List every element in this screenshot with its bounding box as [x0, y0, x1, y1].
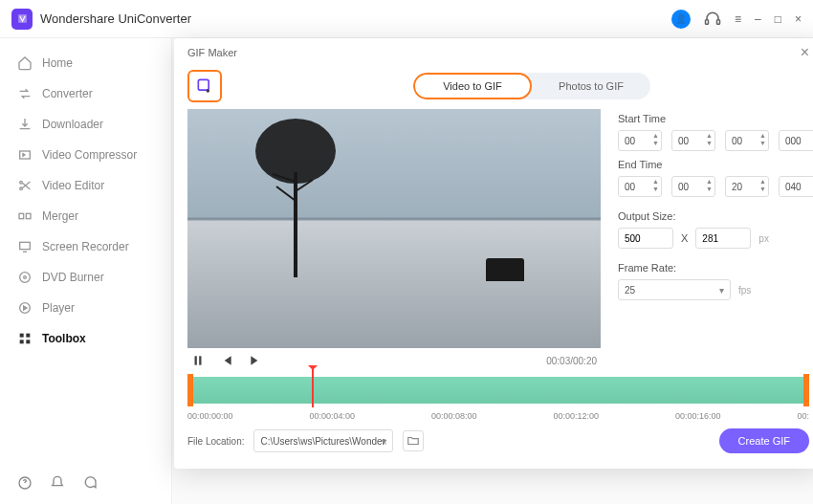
sidebar-label: Video Editor [42, 179, 104, 192]
prev-icon[interactable] [220, 354, 233, 367]
converter-icon [17, 86, 33, 101]
timeline-track[interactable] [187, 377, 809, 404]
svg-point-8 [20, 273, 31, 283]
sidebar-label: Home [42, 56, 73, 70]
help-icon[interactable] [17, 475, 33, 491]
time-display: 00:03/00:20 [546, 356, 597, 366]
grid-icon [17, 331, 33, 346]
output-size-label: Output Size: [618, 210, 813, 222]
sidebar-label: Converter [42, 87, 93, 100]
sidebar-item-player[interactable]: Player [0, 293, 171, 323]
sidebar-label: Merger [42, 209, 78, 223]
tab-photos-to-gif[interactable]: Photos to GIF [532, 73, 650, 99]
svg-rect-1 [717, 19, 720, 24]
sidebar-item-editor[interactable]: Video Editor [0, 170, 171, 201]
app-logo [11, 9, 33, 30]
stepper-icon[interactable]: ▲▼ [652, 132, 659, 147]
sidebar-item-home[interactable]: Home [0, 48, 171, 78]
settings-panel: Start Time 00▲▼ 00▲▼ 00▲▼ 000▲▼ End Time… [601, 109, 813, 373]
disc-icon [17, 270, 33, 285]
chevron-down-icon: ▾ [382, 436, 386, 447]
height-input[interactable] [695, 228, 751, 249]
next-icon[interactable] [249, 354, 262, 367]
stepper-icon[interactable]: ▲▼ [706, 178, 713, 193]
menu-icon[interactable]: ≡ [735, 12, 741, 26]
open-folder-button[interactable] [403, 430, 424, 451]
sidebar-item-merger[interactable]: Merger [0, 201, 171, 231]
sidebar-item-dvd[interactable]: DVD Burner [0, 262, 171, 293]
frame-rate-label: Frame Rate: [618, 262, 813, 274]
add-file-button[interactable] [187, 70, 222, 102]
file-location-select[interactable]: C:\Users\ws\Pictures\Wonders▾ [253, 429, 393, 452]
end-mm[interactable]: 00▲▼ [671, 176, 715, 197]
maximize-icon[interactable]: □ [775, 12, 781, 26]
titlebar: Wondershare UniConverter 👤 ≡ – □ × [0, 0, 813, 38]
bench-silhouette [486, 258, 524, 281]
user-avatar-icon[interactable]: 👤 [671, 10, 691, 29]
svg-rect-7 [20, 242, 31, 249]
x-label: X [681, 232, 688, 244]
tab-video-to-gif[interactable]: Video to GIF [413, 73, 532, 99]
svg-rect-18 [195, 356, 197, 364]
create-gif-button[interactable]: Create GIF [719, 428, 809, 453]
svg-rect-19 [199, 356, 201, 364]
svg-point-9 [24, 276, 27, 279]
start-ss[interactable]: 00▲▼ [725, 130, 769, 151]
svg-rect-11 [20, 334, 24, 338]
sidebar-label: Video Compressor [42, 148, 137, 162]
svg-rect-13 [20, 340, 24, 343]
svg-rect-6 [26, 213, 31, 218]
start-time-label: Start Time [618, 113, 813, 124]
svg-rect-5 [19, 213, 24, 218]
fps-unit: fps [738, 285, 751, 296]
feedback-icon[interactable] [82, 475, 98, 491]
stepper-icon[interactable]: ▲▼ [759, 178, 766, 193]
sidebar-item-downloader[interactable]: Downloader [0, 109, 171, 140]
start-ms[interactable]: 000▲▼ [779, 130, 813, 151]
end-hh[interactable]: 00▲▼ [618, 176, 662, 197]
svg-rect-16 [198, 79, 209, 90]
width-input[interactable] [618, 228, 673, 249]
support-icon[interactable] [704, 11, 721, 28]
svg-point-17 [255, 119, 336, 184]
stepper-icon[interactable]: ▲▼ [652, 178, 659, 193]
chevron-down-icon: ▾ [719, 285, 724, 296]
sidebar-label: Screen Recorder [42, 240, 129, 253]
sidebar-item-toolbox[interactable]: Toolbox [0, 323, 171, 354]
pause-icon[interactable] [191, 354, 205, 367]
merge-icon [17, 208, 33, 224]
sidebar-label: Toolbox [42, 332, 86, 345]
fps-select[interactable]: 25▾ [618, 279, 731, 300]
sidebar-item-converter[interactable]: Converter [0, 78, 171, 109]
end-ms[interactable]: 040▲▼ [779, 176, 813, 197]
screen-icon [17, 239, 33, 254]
panel-title: GIF Maker [187, 47, 237, 58]
svg-point-3 [20, 181, 23, 184]
sidebar-item-recorder[interactable]: Screen Recorder [0, 231, 171, 262]
svg-rect-0 [706, 19, 709, 24]
gif-maker-panel: GIF Maker × Video to GIF Photos to GIF [174, 38, 813, 469]
scissors-icon [17, 178, 33, 193]
compress-icon [17, 147, 33, 163]
end-ss[interactable]: 20▲▼ [725, 176, 769, 197]
start-mm[interactable]: 00▲▼ [671, 130, 715, 151]
trim-handle-right[interactable] [803, 374, 809, 406]
bell-icon[interactable] [50, 475, 65, 491]
download-icon [17, 117, 33, 132]
close-icon[interactable]: × [801, 44, 809, 61]
sidebar-item-compressor[interactable]: Video Compressor [0, 140, 171, 170]
timeline-ruler: 00:00:00:00 00:00:04:00 00:00:08:00 00:0… [187, 411, 809, 421]
playhead[interactable] [312, 369, 314, 407]
trim-handle-left[interactable] [187, 374, 193, 406]
close-window-icon[interactable]: × [795, 12, 802, 26]
start-hh[interactable]: 00▲▼ [618, 130, 662, 151]
video-preview[interactable] [187, 109, 601, 348]
timeline[interactable]: 00:00:00:00 00:00:04:00 00:00:08:00 00:0… [187, 377, 809, 415]
app-title: Wondershare UniConverter [40, 11, 191, 26]
stepper-icon[interactable]: ▲▼ [759, 132, 766, 147]
tab-group: Video to GIF Photos to GIF [413, 73, 650, 99]
play-icon [17, 300, 33, 316]
stepper-icon[interactable]: ▲▼ [706, 132, 713, 147]
minimize-icon[interactable]: – [755, 12, 761, 26]
sidebar-label: Player [42, 301, 75, 315]
